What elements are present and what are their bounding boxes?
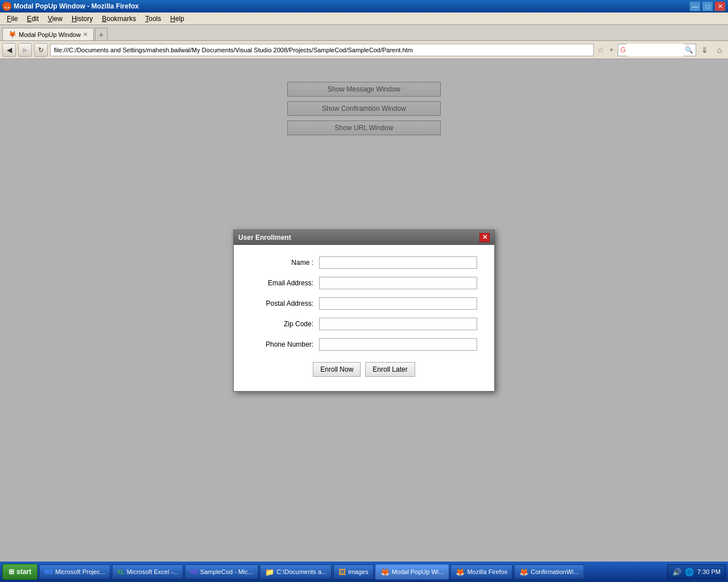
taskbar: ⊞ start MS Microsoft Projec... XL Micros… xyxy=(0,562,728,582)
systray: 🔊 🌐 7:30 PM xyxy=(667,564,726,579)
taskbar-mozilla-ff[interactable]: 🦊 Mozilla Firefox xyxy=(450,564,512,579)
taskbar-documents[interactable]: 📁 C:\Documents a... xyxy=(260,564,332,579)
download-icon[interactable]: ⇓ xyxy=(698,44,711,56)
windows-icon: ⊞ xyxy=(9,568,14,576)
address-input[interactable] xyxy=(50,44,594,56)
taskbar-documents-label: C:\Documents a... xyxy=(276,568,326,575)
taskbar-images[interactable]: 🖼 images xyxy=(333,564,373,579)
tab-add-button[interactable]: + xyxy=(95,28,107,40)
form-row-postal: Postal Address: xyxy=(251,297,477,310)
form-row-zip: Zip Code: xyxy=(251,318,477,330)
clock: 7:30 PM xyxy=(697,568,721,575)
taskbar-samplecod-label: SampleCod - Mic... xyxy=(200,568,254,575)
taskbar-ms-project[interactable]: MS Microsoft Projec... xyxy=(39,564,110,579)
taskbar-ms-excel[interactable]: XL Microsoft Excel -... xyxy=(112,564,183,579)
folder-icon: 📁 xyxy=(265,568,274,576)
refresh-button[interactable]: ↻ xyxy=(34,43,48,57)
firefox-taskbar-icon-3: 🦊 xyxy=(519,568,528,576)
close-button[interactable]: ✕ xyxy=(714,1,726,11)
menu-tools[interactable]: Tools xyxy=(140,14,166,24)
label-email: Email Address: xyxy=(251,279,319,287)
input-email[interactable] xyxy=(319,277,477,289)
menu-view[interactable]: View xyxy=(43,14,67,24)
label-name: Name : xyxy=(251,259,319,267)
firefox-taskbar-icon-2: 🦊 xyxy=(456,568,465,576)
modal-overlay: User Enrollment ✕ Name : Email Address: … xyxy=(0,59,728,562)
minimize-button[interactable]: — xyxy=(689,1,701,11)
modal-body: Name : Email Address: Postal Address: Zi… xyxy=(234,245,494,391)
input-name[interactable] xyxy=(319,256,477,269)
taskbar-mozilla-ff-label: Mozilla Firefox xyxy=(467,568,507,575)
modal-titlebar: User Enrollment ✕ xyxy=(234,230,494,245)
menu-file[interactable]: File xyxy=(2,14,22,24)
form-buttons: Enroll Now Enroll Later xyxy=(251,362,477,377)
menu-bar: File Edit View History Bookmarks Tools H… xyxy=(0,13,728,25)
search-input[interactable] xyxy=(627,44,684,56)
form-row-email: Email Address: xyxy=(251,277,477,289)
systray-icon-1: 🔊 xyxy=(672,568,681,576)
enroll-later-button[interactable]: Enroll Later xyxy=(365,362,415,377)
modal-dialog: User Enrollment ✕ Name : Email Address: … xyxy=(233,230,495,392)
label-zip: Zip Code: xyxy=(251,320,319,328)
input-phone[interactable] xyxy=(319,338,477,351)
tab-close-icon[interactable]: ✕ xyxy=(83,31,88,38)
search-submit-icon[interactable]: 🔍 xyxy=(685,46,693,54)
home-icon[interactable]: ⌂ xyxy=(713,44,726,56)
start-label: start xyxy=(16,568,31,576)
form-row-phone: Phone Number: xyxy=(251,338,477,351)
enroll-now-button[interactable]: Enroll Now xyxy=(313,362,361,377)
modal-title: User Enrollment xyxy=(238,234,291,242)
title-bar: 🦊 Modal PopUp Window - Mozilla Firefox —… xyxy=(0,0,728,13)
label-phone: Phone Number: xyxy=(251,340,319,348)
taskbar-samplecod[interactable]: VS SampleCod - Mic... xyxy=(185,564,258,579)
tab-bar: 🦊 Modal PopUp Window ✕ + xyxy=(0,25,728,41)
menu-history[interactable]: History xyxy=(67,14,97,24)
title-bar-text: Modal PopUp Window - Mozilla Firefox xyxy=(14,2,139,10)
taskbar-images-label: images xyxy=(348,568,368,575)
menu-edit[interactable]: Edit xyxy=(22,14,43,24)
taskbar-modal-popup-label: Modal PopUp Wi... xyxy=(392,568,444,575)
title-bar-controls: — □ ✕ xyxy=(689,1,726,11)
page-content: Show Message Window Show Confiramtion Wi… xyxy=(0,59,728,562)
modal-close-button[interactable]: ✕ xyxy=(479,233,490,242)
forward-button[interactable]: ▶ xyxy=(18,43,32,57)
input-zip[interactable] xyxy=(319,318,477,330)
ms-project-icon: MS xyxy=(44,569,53,575)
tab-label: Modal PopUp Window xyxy=(19,31,81,38)
restore-button[interactable]: □ xyxy=(702,1,713,11)
tab-modal-popup[interactable]: 🦊 Modal PopUp Window ✕ xyxy=(2,28,94,40)
menu-bookmarks[interactable]: Bookmarks xyxy=(97,14,140,24)
address-bar: ◀ ▶ ↻ ☆ ▼ G 🔍 ⇓ ⌂ xyxy=(0,41,728,59)
label-postal: Postal Address: xyxy=(251,300,319,307)
form-row-name: Name : xyxy=(251,256,477,269)
systray-icon-2: 🌐 xyxy=(685,568,694,576)
title-bar-left: 🦊 Modal PopUp Window - Mozilla Firefox xyxy=(2,2,139,11)
taskbar-confirmation[interactable]: 🦊 ConfirmationWi... xyxy=(514,564,584,579)
input-postal[interactable] xyxy=(319,297,477,310)
vs-icon: VS xyxy=(190,569,197,575)
taskbar-confirmation-label: ConfirmationWi... xyxy=(531,568,578,575)
bookmark-star-icon[interactable]: ☆ xyxy=(596,45,606,55)
back-button[interactable]: ◀ xyxy=(2,43,16,57)
tab-icon: 🦊 xyxy=(9,31,16,38)
bookmark-down-icon[interactable]: ▼ xyxy=(608,47,615,53)
taskbar-ms-project-label: Microsoft Projec... xyxy=(55,568,105,575)
start-button[interactable]: ⊞ start xyxy=(2,564,38,580)
ms-excel-icon: XL xyxy=(117,569,125,575)
firefox-taskbar-icon-1: 🦊 xyxy=(380,568,390,576)
taskbar-modal-popup[interactable]: 🦊 Modal PopUp Wi... xyxy=(375,564,449,579)
images-icon: 🖼 xyxy=(338,568,346,576)
google-icon: G xyxy=(621,46,626,54)
taskbar-ms-excel-label: Microsoft Excel -... xyxy=(127,568,178,575)
menu-help[interactable]: Help xyxy=(166,14,189,24)
firefox-icon: 🦊 xyxy=(2,2,11,11)
